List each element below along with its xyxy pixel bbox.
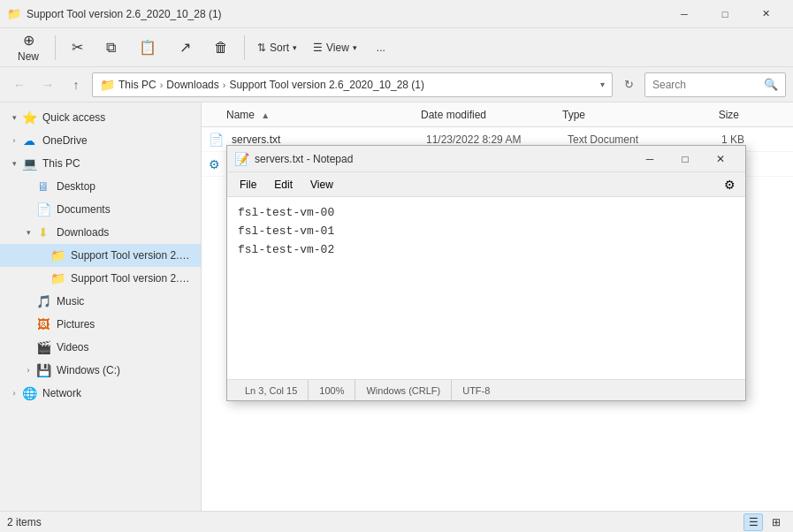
cut-button[interactable]: ✂ <box>61 32 94 64</box>
expand-icon-desktop <box>21 179 35 194</box>
view-chevron-icon: ▾ <box>353 43 357 52</box>
address-separator-2: › <box>223 80 226 90</box>
sidebar-label-st2: Support Tool version 2.6_202 <box>71 272 194 285</box>
minimize-button[interactable]: ─ <box>664 0 705 28</box>
sort-chevron-icon: ▾ <box>293 43 297 52</box>
sidebar-item-this-pc[interactable]: ▾ 💻 This PC <box>0 152 201 175</box>
notepad-titlebar: 📝 servers.txt - Notepad ─ □ ✕ <box>227 146 745 172</box>
sidebar-item-quick-access[interactable]: ▾ ⭐ Quick access <box>0 106 201 129</box>
address-part-folder: Support Tool version 2.6_2020_10_28 (1) <box>229 79 424 91</box>
network-icon: 🌐 <box>21 385 37 401</box>
notepad-content[interactable]: fsl-test-vm-00 fsl-test-vm-01 fsl-test-v… <box>227 197 745 379</box>
details-view-button[interactable]: ☰ <box>743 513 763 531</box>
toolbar-separator-2 <box>244 35 245 60</box>
more-button[interactable]: ... <box>366 32 396 64</box>
toolbar: ⊕ New ✂ ⧉ 📋 ↗ 🗑 ⇅ Sort ▾ ☰ View ▾ ... <box>0 28 793 67</box>
window-title: Support Tool version 2.6_2020_10_28 (1) <box>27 8 664 20</box>
sort-button[interactable]: ⇅ Sort ▾ <box>250 32 304 64</box>
col-header-type[interactable]: Type <box>562 109 668 121</box>
col-header-name[interactable]: Name ▲ <box>209 109 421 121</box>
window-controls: ─ □ ✕ <box>664 0 786 28</box>
sort-arrow-icon: ▲ <box>261 110 270 120</box>
search-icon: 🔍 <box>764 78 778 91</box>
notepad-menu-edit[interactable]: Edit <box>265 175 301 194</box>
notepad-controls: ─ □ ✕ <box>632 146 738 172</box>
sidebar-item-windows-c[interactable]: › 💾 Windows (C:) <box>0 359 201 382</box>
maximize-button[interactable]: □ <box>705 0 745 28</box>
file-list-header: Name ▲ Date modified Type Size <box>202 103 793 127</box>
folder-st2-icon: 📁 <box>50 270 65 286</box>
sidebar-item-pictures[interactable]: 🖼 Pictures <box>0 313 201 336</box>
status-items-count: 2 items <box>7 516 42 528</box>
status-bar: 2 items ☰ ⊞ <box>0 511 793 532</box>
view-button[interactable]: ☰ View ▾ <box>306 32 364 64</box>
sidebar-item-desktop[interactable]: 🖥 Desktop <box>0 175 201 198</box>
copy-button[interactable]: ⧉ <box>95 32 126 64</box>
new-icon: ⊕ <box>23 32 34 49</box>
large-icons-view-button[interactable]: ⊞ <box>766 513 786 531</box>
sidebar-item-videos[interactable]: 🎬 Videos <box>0 336 201 359</box>
refresh-button[interactable]: ↻ <box>616 72 641 97</box>
expand-icon-onedrive: › <box>7 133 21 148</box>
title-bar: 📁 Support Tool version 2.6_2020_10_28 (1… <box>0 0 793 28</box>
notepad-maximize-button[interactable]: □ <box>667 146 703 172</box>
videos-icon: 🎬 <box>35 339 51 355</box>
txt-file-icon: 📄 <box>209 133 226 147</box>
sidebar-label-desktop: Desktop <box>57 180 95 193</box>
address-bar[interactable]: 📁 This PC › Downloads › Support Tool ver… <box>92 72 613 97</box>
notepad-icon: 📝 <box>234 152 249 166</box>
col-header-date[interactable]: Date modified <box>421 109 562 121</box>
notepad-minimize-button[interactable]: ─ <box>632 146 667 172</box>
sidebar-label-st1: Support Tool version 2.6_202 <box>71 249 194 262</box>
notepad-line-3: fsl-test-vm-02 <box>238 241 735 260</box>
downloads-icon: ⬇ <box>35 224 51 240</box>
sidebar-item-support-tool-2[interactable]: 📁 Support Tool version 2.6_202 <box>0 267 201 290</box>
address-separator-1: › <box>160 80 164 90</box>
address-part-downloads: Downloads <box>166 79 218 91</box>
onedrive-icon: ☁ <box>21 133 37 148</box>
paste-icon: 📋 <box>139 39 156 56</box>
notepad-menubar: File Edit View ⚙ <box>227 172 745 197</box>
delete-button[interactable]: 🗑 <box>203 32 239 64</box>
notepad-line-ending: Windows (CRLF) <box>355 380 452 400</box>
notepad-settings-icon[interactable]: ⚙ <box>717 172 742 197</box>
sidebar-item-music[interactable]: 🎵 Music <box>0 290 201 313</box>
notepad-close-button[interactable]: ✕ <box>703 146 738 172</box>
desktop-icon: 🖥 <box>35 179 51 194</box>
sidebar-label-pictures: Pictures <box>57 318 95 331</box>
folder-st1-icon: 📁 <box>50 247 65 263</box>
sidebar-item-onedrive[interactable]: › ☁ OneDrive <box>0 129 201 152</box>
notepad-menu-file[interactable]: File <box>231 175 265 194</box>
copy-icon: ⧉ <box>106 40 116 56</box>
close-button[interactable]: ✕ <box>745 0 786 28</box>
address-part-thispc: This PC <box>118 79 156 91</box>
new-button[interactable]: ⊕ New <box>7 32 50 64</box>
search-input[interactable] <box>652 79 760 91</box>
drive-c-icon: 💾 <box>35 362 51 378</box>
up-button[interactable]: ↑ <box>64 72 88 97</box>
this-pc-icon: 💻 <box>21 156 37 171</box>
forward-button[interactable]: → <box>35 72 60 97</box>
file-type-servers: Text Document <box>568 133 674 146</box>
paste-button[interactable]: 📋 <box>128 32 167 64</box>
sort-icon: ⇅ <box>257 42 266 54</box>
toolbar-separator-1 <box>55 35 56 60</box>
search-box[interactable]: 🔍 <box>644 72 786 97</box>
quick-access-icon: ⭐ <box>21 110 37 125</box>
sidebar-item-support-tool-1[interactable]: 📁 Support Tool version 2.6_202 <box>0 244 201 267</box>
moveto-icon: ↗ <box>179 39 191 56</box>
expand-icon-st1 <box>35 248 50 262</box>
address-dropdown-icon[interactable]: ▾ <box>600 80 605 89</box>
exe-file-icon: ⚙ <box>209 157 226 171</box>
sidebar-item-documents[interactable]: 📄 Documents <box>0 198 201 221</box>
sidebar-item-downloads[interactable]: ▾ ⬇ Downloads <box>0 221 201 244</box>
col-header-size[interactable]: Size <box>668 109 739 121</box>
back-button[interactable]: ← <box>7 72 32 97</box>
expand-icon-network: › <box>7 386 21 400</box>
sidebar-label-videos: Videos <box>57 341 88 353</box>
notepad-menu-view[interactable]: View <box>301 175 342 194</box>
moveto-button[interactable]: ↗ <box>169 32 202 64</box>
notepad-line-1: fsl-test-vm-00 <box>238 204 735 223</box>
sidebar-item-network[interactable]: › 🌐 Network <box>0 382 201 405</box>
notepad-window: 📝 servers.txt - Notepad ─ □ ✕ File Edit … <box>226 145 746 401</box>
